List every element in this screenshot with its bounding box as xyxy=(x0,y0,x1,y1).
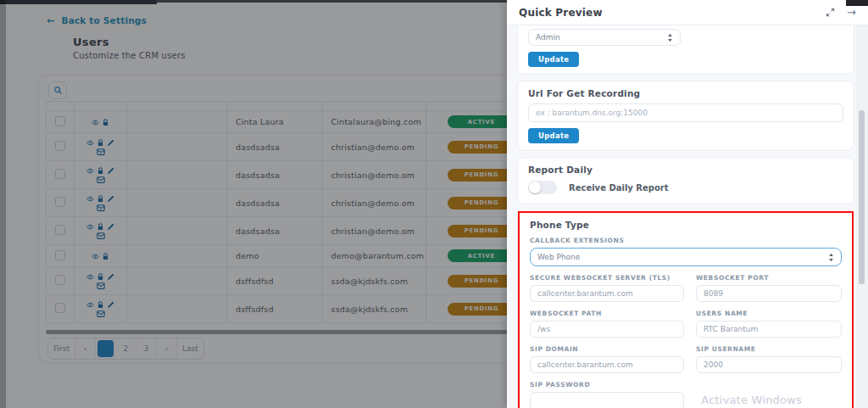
recording-url-field xyxy=(528,103,843,122)
drawer-body: Admin Update Url For Get Recording Updat… xyxy=(507,25,868,408)
sip-domain-input[interactable] xyxy=(537,360,676,369)
role-update-button[interactable]: Update xyxy=(528,52,579,67)
recording-card: Url For Get Recording Update xyxy=(517,81,854,151)
select-caret-icon xyxy=(828,253,834,264)
activate-windows-watermark: Activate Windows xyxy=(701,394,802,406)
sip-username-label: SIP USERNAME xyxy=(696,345,842,353)
websocket-path-input[interactable] xyxy=(537,325,676,333)
wss-server-label: SECURE WEBSOCKET SERVER (TLS) xyxy=(530,274,684,282)
users-name-label: USERS NAME xyxy=(696,310,842,317)
top-right-strip xyxy=(846,0,868,6)
phone-type-card: Phone Type CALLBACK EXTENSIONS Web Phone… xyxy=(517,210,854,408)
select-caret-icon xyxy=(667,33,673,44)
quick-preview-drawer: Quick Preview → Admin Update Url For Get… xyxy=(507,0,868,408)
websocket-path-label: WEBSOCKET PATH xyxy=(530,310,684,317)
role-card: Admin Update xyxy=(517,25,854,75)
callback-extensions-value: Web Phone xyxy=(537,253,580,261)
sip-username-input[interactable] xyxy=(704,360,834,369)
report-daily-heading: Report Daily xyxy=(528,165,843,175)
sidebar-edge xyxy=(0,0,6,408)
recording-update-button[interactable]: Update xyxy=(528,128,579,143)
callback-extensions-select[interactable]: Web Phone xyxy=(530,248,842,266)
phone-type-heading: Phone Type xyxy=(530,220,842,230)
recording-heading: Url For Get Recording xyxy=(528,88,843,98)
expand-icon[interactable] xyxy=(826,8,835,17)
close-arrow-icon[interactable]: → xyxy=(847,6,856,19)
report-daily-card: Report Daily Receive Daily Report xyxy=(517,157,854,204)
wss-server-input[interactable] xyxy=(537,289,676,298)
role-select-value: Admin xyxy=(536,33,560,42)
sip-domain-label: SIP DOMAIN xyxy=(530,345,684,353)
daily-report-toggle[interactable] xyxy=(528,181,557,194)
phone-type-highlight-box: Phone Type CALLBACK EXTENSIONS Web Phone… xyxy=(518,211,854,408)
modal-dim-overlay[interactable] xyxy=(0,0,509,408)
websocket-port-input[interactable] xyxy=(704,289,834,298)
drawer-scrollbar-thumb[interactable] xyxy=(859,110,865,284)
daily-report-toggle-label: Receive Daily Report xyxy=(569,183,669,193)
sip-password-input[interactable] xyxy=(537,397,676,405)
drawer-header: Quick Preview → xyxy=(507,0,868,25)
callback-extensions-label: CALLBACK EXTENSIONS xyxy=(530,237,842,244)
recording-url-input[interactable] xyxy=(536,109,836,117)
sip-password-label: SIP PASSWORD xyxy=(530,381,684,388)
drawer-title: Quick Preview xyxy=(519,7,603,19)
users-name-input[interactable] xyxy=(704,325,834,333)
websocket-port-label: WEBSOCKET PORT xyxy=(696,274,842,282)
role-select[interactable]: Admin xyxy=(528,29,681,46)
